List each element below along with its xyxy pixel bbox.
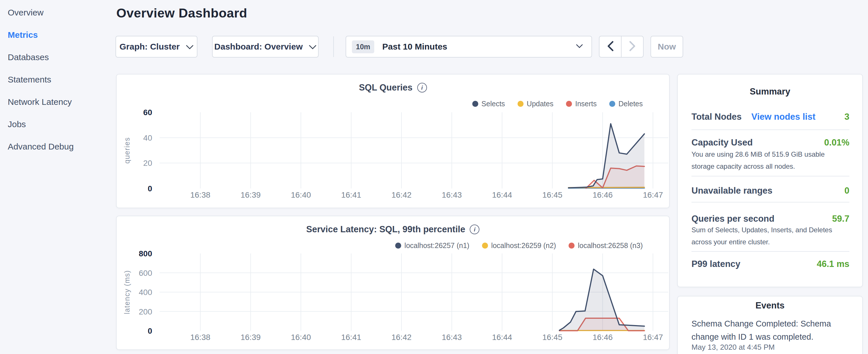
time-range-label: Past 10 Minutes — [382, 42, 576, 52]
app-window: OverviewMetricsDatabasesStatementsNetwor… — [0, 0, 868, 354]
x-tick-label: 16:39 — [241, 333, 260, 342]
summary-row-label: Unavailable ranges — [691, 186, 773, 196]
summary-row-total-nodes: Total Nodes View nodes list 3 — [691, 111, 849, 123]
y-tick-label: 60 — [143, 108, 152, 117]
x-tick-label: 16:47 — [643, 333, 663, 342]
next-time-button[interactable] — [621, 36, 643, 57]
chevron-left-icon — [607, 41, 614, 53]
summary-row-unavailable-ranges: Unavailable ranges 0 — [691, 185, 849, 196]
x-tick-label: 16:40 — [291, 333, 311, 342]
y-tick-label: 200 — [139, 307, 152, 316]
summary-row-description: Sum of Selects, Updates, Inserts, and De… — [691, 224, 849, 248]
x-tick-label: 16:47 — [643, 190, 663, 199]
dashboard-dropdown[interactable]: Dashboard: Overview — [212, 36, 319, 58]
x-tick-label: 16:39 — [241, 190, 260, 199]
graph-dropdown[interactable]: Graph: Cluster — [116, 36, 197, 58]
summary-row-description: You are using 28.6 MiB of 515.9 GiB usab… — [691, 148, 849, 172]
x-tick-label: 16:41 — [341, 333, 361, 342]
summary-row-label: Capacity Used — [691, 137, 753, 148]
x-tick-label: 16:45 — [542, 333, 562, 342]
x-tick-label: 16:41 — [341, 190, 361, 199]
sidebar-item-overview[interactable]: Overview — [8, 6, 111, 28]
summary-row-value: 0.01% — [824, 137, 849, 148]
y-tick-label: 40 — [143, 133, 152, 142]
x-tick-label: 16:38 — [190, 333, 210, 342]
summary-row-queries-per-second: Queries per second 59.7 — [691, 213, 849, 225]
summary-row-value: 46.1 ms — [817, 259, 849, 269]
dashboard-dropdown-label: Dashboard: Overview — [214, 42, 303, 52]
events-title: Events — [678, 300, 862, 311]
divider — [691, 176, 849, 176]
summary-row-capacity: Capacity Used 0.01% — [691, 137, 849, 148]
event-message: Schema Change Completed: Schema change w… — [691, 317, 845, 344]
y-axis-label: latency (ms) — [123, 270, 131, 314]
previous-time-button[interactable] — [599, 36, 621, 57]
sql-queries-chart: 16:3816:3916:4016:4116:4216:4316:4416:45… — [117, 74, 670, 209]
view-nodes-list-link[interactable]: View nodes list — [751, 112, 815, 122]
x-tick-label: 16:40 — [291, 190, 311, 199]
divider — [691, 202, 849, 202]
x-tick-label: 16:42 — [392, 333, 411, 342]
chevron-down-icon — [576, 44, 583, 50]
event-timestamp: May 13, 2020 at 4:45 PM — [691, 343, 775, 352]
now-button[interactable]: Now — [651, 36, 683, 58]
x-tick-label: 16:44 — [492, 190, 512, 199]
time-range-dropdown[interactable]: 10m Past 10 Minutes — [346, 36, 592, 58]
x-tick-label: 16:42 — [392, 190, 411, 199]
y-tick-label: 0 — [148, 326, 152, 335]
divider — [691, 129, 849, 130]
sidebar-item-jobs[interactable]: Jobs — [8, 118, 111, 140]
sidebar-item-metrics[interactable]: Metrics — [8, 28, 111, 51]
y-tick-label: 0 — [148, 184, 152, 193]
x-tick-label: 16:46 — [593, 190, 613, 199]
x-tick-label: 16:38 — [190, 190, 210, 199]
chevron-right-icon — [629, 41, 636, 53]
summary-title: Summary — [678, 87, 862, 97]
divider — [691, 251, 849, 252]
series-fill-localhost-26257-n1 — [559, 269, 645, 331]
summary-row-p99-latency: P99 latency 46.1 ms — [691, 258, 849, 270]
sql-queries-card: SQL Queries i SelectsUpdatesInsertsDelet… — [116, 74, 670, 208]
sidebar-item-statements[interactable]: Statements — [8, 73, 111, 95]
summary-card: Summary Total Nodes View nodes list 3 Ca… — [677, 74, 863, 287]
page-title: Overview Dashboard — [116, 6, 247, 21]
events-card: Events Schema Change Completed: Schema c… — [677, 296, 863, 354]
summary-row-label: Queries per second — [691, 214, 774, 224]
x-tick-label: 16:45 — [542, 190, 562, 199]
chevron-down-icon — [309, 42, 316, 52]
summary-row-label: P99 latency — [691, 259, 741, 269]
chevron-down-icon — [186, 42, 193, 52]
time-step-buttons — [599, 36, 644, 58]
x-tick-label: 16:44 — [492, 333, 512, 342]
summary-row-label: Total Nodes — [691, 112, 742, 122]
service-latency-card: Service Latency: SQL, 99th percentile i … — [116, 216, 670, 350]
summary-row-value: 3 — [844, 112, 849, 122]
x-tick-label: 16:43 — [442, 190, 462, 199]
y-tick-label: 400 — [139, 288, 152, 297]
service-latency-chart: 16:3816:3916:4016:4116:4216:4316:4416:45… — [117, 216, 670, 351]
y-tick-label: 800 — [139, 249, 152, 258]
summary-row-value: 0 — [844, 186, 849, 196]
y-tick-label: 20 — [143, 159, 152, 167]
graph-dropdown-label: Graph: Cluster — [120, 42, 180, 52]
summary-row-value: 59.7 — [832, 214, 849, 224]
x-tick-label: 16:46 — [593, 333, 613, 342]
y-axis-label: queries — [123, 137, 131, 164]
sidebar-item-advanced-debug[interactable]: Advanced Debug — [8, 140, 111, 162]
y-tick-label: 600 — [139, 269, 152, 278]
toolbar-divider — [333, 36, 334, 57]
sidebar-item-network-latency[interactable]: Network Latency — [8, 95, 111, 118]
sidebar: OverviewMetricsDatabasesStatementsNetwor… — [8, 6, 111, 162]
x-tick-label: 16:43 — [442, 333, 462, 342]
sidebar-item-databases[interactable]: Databases — [8, 51, 111, 73]
time-range-badge: 10m — [352, 40, 374, 53]
